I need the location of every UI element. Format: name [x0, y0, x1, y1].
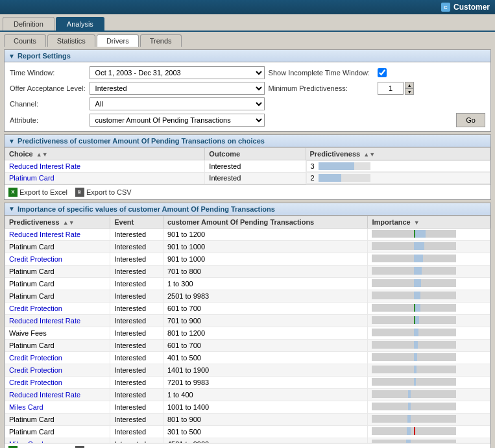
- attribute-label: Attribute:: [10, 116, 86, 124]
- pred-link[interactable]: Miles Card: [9, 403, 43, 411]
- table-row: Platinum CardInterested901 to 1000: [5, 240, 490, 253]
- col-predictiveness[interactable]: Predictiveness ▲▼: [306, 148, 490, 160]
- imp-event: Interested: [110, 228, 163, 240]
- imp-col-importance[interactable]: Importance ▼: [368, 216, 490, 228]
- offer-acceptance-input[interactable]: Interested: [90, 82, 265, 95]
- tab-analysis[interactable]: Analysis: [56, 17, 104, 31]
- table-row: Platinum CardInterested2501 to 9983: [5, 290, 490, 302]
- content-area: Counts Statistics Drivers Trends ▼ Repor…: [0, 32, 495, 448]
- table-row: Platinum CardInterested2: [5, 172, 490, 184]
- imp-bar-cell: [368, 314, 490, 327]
- imp-pred: Credit Protection: [5, 364, 110, 376]
- pred-link[interactable]: Reduced Interest Rate: [9, 230, 80, 238]
- imp-export-excel[interactable]: X Export to Excel: [8, 446, 67, 449]
- imp-pred: Platinum Card: [5, 265, 110, 277]
- imp-event: Interested: [110, 401, 163, 413]
- tab-trends[interactable]: Trends: [140, 34, 182, 47]
- table-row: Credit ProtectionInterested401 to 500: [5, 351, 490, 364]
- imp-pred: Credit Protection: [5, 376, 110, 388]
- predictiveness-title: Predictiveness of customer Amount Of Pen…: [18, 137, 265, 145]
- pred-value: 2: [306, 172, 490, 184]
- table-row: Platinum CardInterested601 to 700: [5, 339, 490, 351]
- imp-event: Interested: [110, 327, 163, 339]
- imp-col-range[interactable]: customer Amount Of Pending Transactions: [163, 216, 368, 228]
- offer-acceptance-select[interactable]: Interested: [90, 82, 265, 95]
- pred-export-excel[interactable]: X Export to Excel: [8, 188, 67, 197]
- pred-link[interactable]: Reduced Interest Rate: [9, 317, 80, 325]
- imp-pred: Platinum Card: [5, 339, 110, 351]
- importance-scroll[interactable]: Predictiveness ▲▼ Event customer Amount …: [5, 216, 490, 443]
- attribute-select[interactable]: customer Amount Of Pending Transactions: [90, 114, 265, 127]
- col-outcome[interactable]: Outcome: [205, 148, 306, 160]
- imp-bar-cell: [368, 376, 490, 388]
- imp-col-pred[interactable]: Predictiveness ▲▼: [5, 216, 110, 228]
- tab-counts[interactable]: Counts: [4, 34, 46, 47]
- predictiveness-panel: ▼ Predictiveness of customer Amount Of P…: [4, 134, 491, 200]
- go-button[interactable]: Go: [456, 113, 485, 127]
- imp-pred: Platinum Card: [5, 425, 110, 438]
- imp-range: 901 to 1200: [163, 228, 368, 240]
- table-row: Credit ProtectionInterested601 to 700: [5, 302, 490, 314]
- imp-range: 601 to 700: [163, 339, 368, 351]
- importance-panel: ▼ Importance of specific values of custo…: [4, 203, 491, 449]
- imp-collapse-icon[interactable]: ▼: [8, 205, 15, 212]
- pred-link[interactable]: Credit Protection: [9, 379, 62, 386]
- imp-pred: Waive Fees: [5, 327, 110, 339]
- pred-link[interactable]: Credit Protection: [9, 255, 62, 263]
- tab-drivers[interactable]: Drivers: [97, 34, 139, 47]
- imp-event: Interested: [110, 240, 163, 253]
- show-incomplete-checkbox[interactable]: [378, 68, 387, 77]
- tab-statistics[interactable]: Statistics: [47, 34, 95, 47]
- pred-link[interactable]: Credit Protection: [9, 305, 62, 312]
- attribute-input[interactable]: customer Amount Of Pending Transactions: [90, 114, 265, 127]
- channel-select[interactable]: All: [90, 97, 265, 110]
- table-row: Platinum CardInterested701 to 800: [5, 265, 490, 277]
- channel-input[interactable]: All: [90, 97, 265, 110]
- choice-link[interactable]: Reduced Interest Rate: [9, 162, 80, 170]
- pred-link[interactable]: Credit Protection: [9, 354, 62, 362]
- sub-tabs: Counts Statistics Drivers Trends: [0, 32, 495, 47]
- min-pred-input[interactable]: [378, 82, 404, 95]
- title-bar: C Customer: [0, 0, 495, 14]
- imp-header-row: Predictiveness ▲▼ Event customer Amount …: [5, 216, 490, 228]
- pred-collapse-icon[interactable]: ▼: [8, 138, 15, 145]
- imp-pred: Miles Card: [5, 438, 110, 443]
- min-pred-label: Minimum Predictiveness:: [269, 84, 370, 92]
- min-pred-spinner[interactable]: ▲ ▼: [378, 82, 485, 95]
- pred-link[interactable]: Miles Card: [9, 440, 43, 443]
- imp-export-csv[interactable]: 🗎 Export to CSV: [75, 446, 132, 449]
- collapse-icon[interactable]: ▼: [8, 53, 15, 60]
- imp-range: 4501 to 9900: [163, 438, 368, 443]
- imp-pred: Platinum Card: [5, 413, 110, 425]
- panels-container: ▼ Report Settings Time Window: Oct 1, 20…: [0, 47, 495, 448]
- pred-export-excel-label: Export to Excel: [19, 188, 67, 196]
- pred-link[interactable]: Reduced Interest Rate: [9, 391, 80, 399]
- choice-link[interactable]: Platinum Card: [9, 174, 54, 182]
- imp-bar-cell: [368, 438, 490, 443]
- col-choice[interactable]: Choice ▲▼: [5, 148, 205, 160]
- title-bar-label: C Customer: [441, 3, 490, 12]
- imp-pred: Credit Protection: [5, 253, 110, 265]
- imp-bar-cell: [368, 290, 490, 302]
- imp-bar-cell: [368, 364, 490, 376]
- spinner-down[interactable]: ▼: [405, 88, 414, 95]
- time-window-input[interactable]: Oct 1, 2003 - Dec 31, 2003: [90, 66, 265, 79]
- imp-col-event[interactable]: Event: [110, 216, 163, 228]
- imp-pred: Reduced Interest Rate: [5, 314, 110, 327]
- pred-export-csv[interactable]: 🗎 Export to CSV: [75, 188, 132, 197]
- pred-link[interactable]: Credit Protection: [9, 366, 62, 374]
- time-window-label: Time Window:: [10, 69, 86, 77]
- time-window-select[interactable]: Oct 1, 2003 - Dec 31, 2003: [90, 66, 265, 79]
- imp-pred: Credit Protection: [5, 351, 110, 364]
- imp-range: 401 to 500: [163, 351, 368, 364]
- imp-event: Interested: [110, 425, 163, 438]
- table-row: Credit ProtectionInterested7201 to 9983: [5, 376, 490, 388]
- imp-bar-cell: [368, 413, 490, 425]
- imp-event: Interested: [110, 253, 163, 265]
- imp-event: Interested: [110, 438, 163, 443]
- tab-definition[interactable]: Definition: [3, 17, 54, 31]
- imp-range: 601 to 700: [163, 302, 368, 314]
- report-settings-header: ▼ Report Settings: [5, 50, 490, 62]
- table-row: Platinum CardInterested301 to 500: [5, 425, 490, 438]
- spinner-up[interactable]: ▲: [405, 82, 414, 88]
